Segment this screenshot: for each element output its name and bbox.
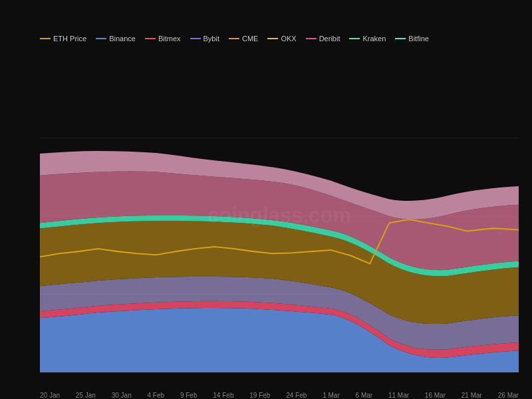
x-axis-label: 19 Feb [249,392,270,399]
legend-line [229,38,239,39]
legend-label: CME [242,35,258,43]
svg-text:coinglass.com: coinglass.com [207,203,351,228]
x-axis-labels: 20 Jan25 Jan30 Jan4 Feb9 Feb14 Feb19 Feb… [40,392,519,399]
legend-item-eth-price: ETH Price [40,35,86,43]
x-axis-label: 1 Mar [323,392,340,399]
legend-item-bybit: Bybit [190,35,219,43]
legend-label: Bybit [203,35,219,43]
legend-label: Bitmex [158,35,181,43]
legend-line [395,38,406,39]
x-axis-label: 24 Feb [286,392,307,399]
legend-line [306,38,317,39]
legend-label: OKX [281,35,296,43]
legend-item-kraken: Kraken [349,35,386,43]
legend-item-deribit: Deribit [306,35,340,43]
chart-legend: ETH Price Binance Bitmex Bybit CME OKX D… [40,35,525,43]
x-axis-label: 6 Mar [356,392,373,399]
legend-line [145,38,156,39]
legend-item-okx: OKX [267,35,296,43]
x-axis-label: 25 Jan [76,392,96,399]
legend-line [40,38,51,39]
legend-line [190,38,201,39]
x-axis-label: 26 Mar [498,392,519,399]
legend-line [267,38,278,39]
legend-item-bitfine: Bitfine [395,35,429,43]
x-axis-label: 20 Jan [40,392,60,399]
x-axis-label: 14 Feb [213,392,233,399]
legend-label: Kraken [362,35,386,43]
x-axis-label: 16 Mar [425,392,446,399]
legend-item-cme: CME [229,35,258,43]
legend-label: ETH Price [53,35,86,43]
legend-label: Bitfine [408,35,429,43]
x-axis-label: 9 Feb [180,392,198,399]
x-axis-label: 21 Mar [462,392,482,399]
chart-container: ETH Price Binance Bitmex Bybit CME OKX D… [0,0,532,399]
legend-item-binance: Binance [96,35,136,43]
legend-line [349,38,360,39]
legend-item-bitmex: Bitmex [145,35,181,43]
x-axis-label: 4 Feb [148,392,165,399]
x-axis-label: 30 Jan [112,392,132,399]
legend-label: Deribit [319,35,340,43]
legend-line [96,38,106,39]
legend-label: Binance [109,35,136,43]
chart-svg-area: coinglass.com [0,60,532,372]
x-axis-label: 11 Mar [388,392,409,399]
